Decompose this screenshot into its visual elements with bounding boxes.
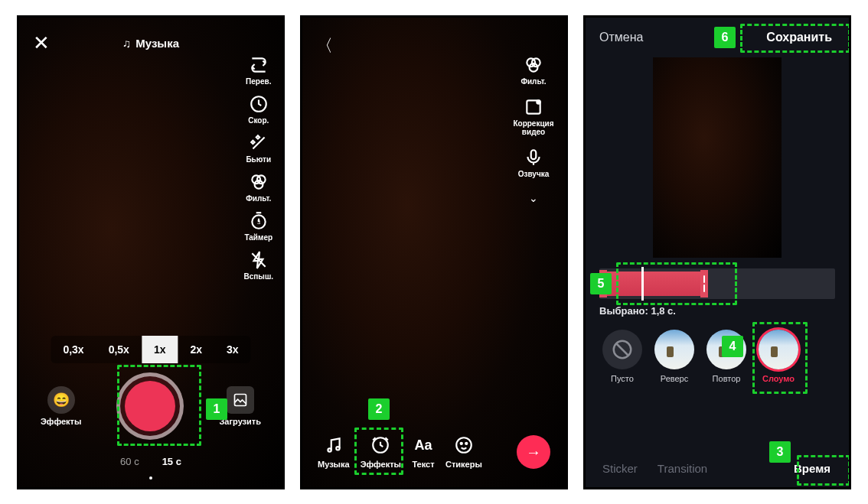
svg-point-3 <box>254 180 263 189</box>
gallery-icon <box>227 386 254 414</box>
mic-icon <box>523 147 544 168</box>
svg-point-18 <box>465 443 467 444</box>
crop-icon <box>523 96 544 118</box>
music-button[interactable]: Музыка <box>122 37 179 50</box>
selected-segment[interactable] <box>599 272 708 296</box>
screen-edit: 〈 Фильт. Коррекция видео Озвучка ⌄ <box>300 15 568 489</box>
flip-icon <box>248 54 269 76</box>
svg-point-17 <box>461 443 462 444</box>
duration-15s[interactable]: 15 с <box>162 456 181 467</box>
right-toolbar: Перев. Скор. Бьюти Фильт. 3 Таймер <box>244 54 273 281</box>
text-icon: Aa <box>412 434 435 457</box>
clock-icon <box>369 434 392 457</box>
screen-time-effects: Отмена Сохранить Выбрано: 1,8 с. Пусто Р… <box>583 15 851 489</box>
music-label: Музыка <box>135 37 179 50</box>
sticker-icon <box>452 434 475 457</box>
speed-3x[interactable]: 3x <box>214 336 251 363</box>
music-note-icon <box>122 37 131 50</box>
filter-button[interactable]: Фильт. <box>246 171 271 203</box>
annotation-badge-6: 6 <box>714 27 736 48</box>
tab-time[interactable]: Время <box>792 459 832 478</box>
stickers-tool[interactable]: Стикеры <box>445 434 482 469</box>
arrow-right-icon: → <box>526 444 541 461</box>
flip-camera-button[interactable]: Перев. <box>246 54 271 86</box>
timeline[interactable] <box>599 268 835 299</box>
video-preview <box>653 57 782 258</box>
segment-handle-right[interactable] <box>700 270 708 298</box>
flash-off-icon <box>248 249 269 271</box>
timeline-area: Выбрано: 1,8 с. <box>599 268 835 317</box>
smiley-icon: 😄 <box>47 386 75 414</box>
svg-rect-12 <box>531 150 537 159</box>
filter-button[interactable]: Фильт. <box>520 54 546 86</box>
pager-dot <box>149 476 152 480</box>
svg-point-11 <box>537 100 540 103</box>
slowmo-thumb <box>759 330 798 369</box>
annotation-badge-2: 2 <box>368 398 390 420</box>
svg-text:3: 3 <box>257 219 260 226</box>
top-bar: ✕ Музыка <box>19 31 282 55</box>
timer-button[interactable]: 3 Таймер <box>244 210 272 242</box>
effects-button[interactable]: 😄 Эффекты <box>41 386 81 426</box>
speed-0-3x[interactable]: 0,3x <box>51 336 96 363</box>
speed-icon <box>248 93 269 115</box>
effect-slowmo[interactable]: Слоумо <box>759 330 798 383</box>
speed-button[interactable]: Скор. <box>248 93 269 125</box>
tab-transition[interactable]: Transition <box>658 462 707 475</box>
text-tool[interactable]: Aa Текст <box>412 434 435 469</box>
effects-tool[interactable]: Эффекты <box>361 434 401 469</box>
video-correction-button[interactable]: Коррекция видео <box>511 96 556 136</box>
flash-button[interactable]: Вспыш. <box>244 249 273 281</box>
svg-point-13 <box>328 448 331 451</box>
speed-selector: 0,3x 0,5x 1x 2x 3x <box>51 336 250 363</box>
annotation-badge-5: 5 <box>590 273 612 294</box>
playhead[interactable] <box>641 267 644 301</box>
close-icon[interactable]: ✕ <box>33 31 50 55</box>
record-row: 😄 Эффекты Загрузить <box>19 372 282 440</box>
music-note-icon <box>322 434 345 457</box>
save-button[interactable]: Сохранить <box>763 26 835 49</box>
filter-icon <box>248 171 269 193</box>
svg-point-14 <box>336 447 339 450</box>
record-inner <box>125 381 175 431</box>
right-toolbar: Фильт. Коррекция видео Озвучка ⌄ <box>511 54 556 204</box>
annotation-badge-4: 4 <box>722 336 743 357</box>
annotation-badge-1: 1 <box>206 398 227 420</box>
screen-record: ✕ Музыка Перев. Скор. Бьюти <box>17 15 285 489</box>
expand-tools-icon[interactable]: ⌄ <box>529 192 538 204</box>
speed-1x[interactable]: 1x <box>142 336 178 363</box>
time-effects-row: Пусто Реверс Повтор Слоумо <box>586 330 849 383</box>
none-icon <box>602 330 642 369</box>
bottom-toolbar: Музыка Эффекты Aa Текст Стикеры → <box>302 434 566 469</box>
timer-icon: 3 <box>248 210 269 232</box>
effect-reverse[interactable]: Реверс <box>654 330 694 383</box>
duration-60s[interactable]: 60 с <box>120 456 139 467</box>
voiceover-button[interactable]: Озвучка <box>518 147 550 178</box>
selection-label: Выбрано: 1,8 с. <box>599 305 835 317</box>
cancel-button[interactable]: Отмена <box>599 31 643 44</box>
reverse-thumb <box>654 330 694 369</box>
effect-tabs: Sticker Transition Время <box>586 459 849 478</box>
back-icon[interactable]: 〈 <box>316 34 333 57</box>
annotation-badge-3: 3 <box>769 441 791 463</box>
record-button[interactable] <box>116 372 184 440</box>
speed-2x[interactable]: 2x <box>178 336 214 363</box>
effect-none[interactable]: Пусто <box>602 330 642 383</box>
beauty-button[interactable]: Бьюти <box>246 132 271 164</box>
svg-point-9 <box>530 63 538 72</box>
filter-icon <box>523 54 544 76</box>
duration-selector: 60 с 15 с <box>120 456 181 467</box>
speed-0-5x[interactable]: 0,5x <box>96 336 142 363</box>
wand-icon <box>248 132 269 154</box>
svg-point-16 <box>456 437 472 453</box>
tab-sticker[interactable]: Sticker <box>602 462 638 475</box>
music-tool[interactable]: Музыка <box>318 434 350 469</box>
next-button[interactable]: → <box>517 435 550 469</box>
